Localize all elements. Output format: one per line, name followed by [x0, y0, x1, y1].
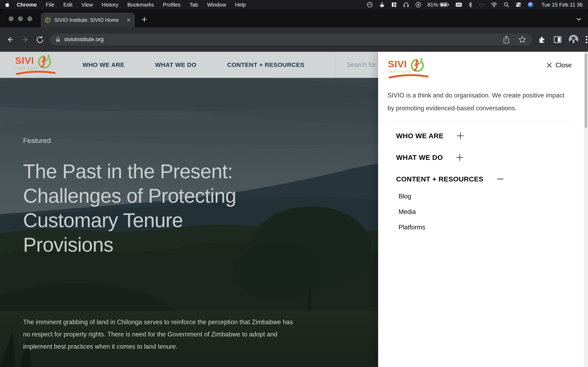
- hero-title-line: The Past in the Present:: [23, 159, 236, 184]
- sivio-logo[interactable]: [15, 54, 56, 76]
- panel-section-who-we-are[interactable]: WHO WE ARE: [396, 131, 572, 141]
- scrollbar-thumb[interactable]: [585, 53, 587, 128]
- address-bar[interactable]: sivioinstitute.org: [50, 34, 532, 45]
- close-window-button[interactable]: [9, 16, 13, 21]
- lock-icon[interactable]: [55, 36, 61, 43]
- battery-percentage: 81%: [428, 2, 438, 8]
- bluetooth-icon[interactable]: [468, 2, 472, 8]
- hero-description-line: no respect for property rights. There is…: [23, 328, 293, 341]
- panel-sivio-logo[interactable]: [388, 57, 429, 80]
- tab-favicon: [44, 17, 51, 23]
- hero-title-line: Challenges of Protecting: [23, 184, 236, 208]
- plus-icon[interactable]: [456, 153, 464, 162]
- nav-content-resources[interactable]: CONTENT + RESOURCES: [227, 61, 304, 68]
- spotlight-search-icon[interactable]: [503, 2, 509, 8]
- panel-description-line: by promoting evidenced-based conversatio…: [388, 102, 564, 115]
- panel-description-line: SIVIO is a think and do organisation. We…: [388, 89, 564, 102]
- macos-menubar: Chrome File Edit View History Bookmarks …: [0, 0, 588, 9]
- tab-close-icon[interactable]: [126, 17, 131, 22]
- panel-section-what-we-do[interactable]: WHAT WE DO: [396, 152, 572, 162]
- creative-cloud-icon[interactable]: [367, 2, 373, 8]
- touchbar-icon[interactable]: [455, 2, 462, 7]
- nav-who-we-are[interactable]: WHO WE ARE: [82, 61, 125, 68]
- web-page: WHO WE ARE WHAT WE DO CONTENT + RESOURCE…: [0, 52, 588, 367]
- hero-title-line: Customary Tenure: [23, 208, 236, 233]
- panel-menu: WHO WE ARE WHAT WE DO CONT: [396, 131, 572, 239]
- featured-label: Featured: [23, 137, 51, 145]
- panel-link-platforms[interactable]: Platforms: [398, 223, 572, 232]
- hero-description-line: The imminent grabbing of land in Chilong…: [23, 316, 293, 328]
- hero-description: The imminent grabbing of land in Chilong…: [23, 316, 293, 353]
- page-scrollbar[interactable]: [584, 52, 588, 367]
- bookmark-star-icon[interactable]: [518, 35, 526, 44]
- zoom-window-button[interactable]: [27, 16, 32, 21]
- menubar-item-view[interactable]: View: [77, 2, 97, 8]
- browser-menu-dots-icon[interactable]: [585, 35, 588, 44]
- extensions-puzzle-icon[interactable]: [538, 35, 546, 44]
- siri-icon[interactable]: [527, 2, 534, 8]
- menubar-item-history[interactable]: History: [97, 2, 123, 8]
- close-menu-button[interactable]: Close: [546, 62, 572, 69]
- menubar-item-help[interactable]: Help: [231, 2, 250, 8]
- panel-subsection: Blog Media Platforms: [398, 192, 572, 232]
- minimize-window-button[interactable]: [18, 16, 23, 21]
- docker-icon[interactable]: [379, 2, 385, 8]
- menubar-app-name[interactable]: Chrome: [12, 2, 41, 8]
- panel-link-blog[interactable]: Blog: [398, 192, 572, 201]
- profile-avatar[interactable]: [569, 35, 578, 44]
- hero-description-line: implement best practices when it comes t…: [23, 341, 293, 353]
- menubar-item-edit[interactable]: Edit: [59, 2, 77, 8]
- panel-description: SIVIO is a think and do organisation. We…: [388, 89, 564, 115]
- menubar-item-tab[interactable]: Tab: [185, 2, 203, 8]
- battery-status[interactable]: 81%: [428, 2, 449, 8]
- play-circle-icon[interactable]: [415, 2, 421, 8]
- plus-icon[interactable]: [456, 132, 465, 140]
- tab-title: SIVIO Institute: SIVIO Home: [54, 17, 124, 23]
- close-icon: [546, 62, 552, 68]
- menubar-item-profiles[interactable]: Profiles: [158, 2, 185, 8]
- window-controls: [9, 16, 32, 21]
- panel-section-content-resources[interactable]: CONTENT + RESOURCES: [396, 174, 572, 184]
- keyboard-brightness-icon[interactable]: [479, 2, 485, 7]
- url-text: sivioinstitute.org: [64, 36, 503, 43]
- new-tab-button[interactable]: [141, 16, 148, 23]
- share-icon[interactable]: [503, 35, 510, 44]
- panel-link-media[interactable]: Media: [398, 208, 572, 216]
- hero-title: The Past in the Present: Challenges of P…: [23, 159, 236, 257]
- menu-panel: Close SIVIO is a think and do organisati…: [378, 52, 588, 367]
- site-nav: WHO WE ARE WHAT WE DO CONTENT + RESOURCE…: [82, 61, 304, 68]
- battery-icon: [440, 2, 449, 7]
- close-label: Close: [555, 62, 572, 69]
- browser-window: SIVIO Institute: SIVIO Home: [0, 9, 588, 367]
- hero-title-line: Provisions: [23, 233, 236, 257]
- screen: Chrome File Edit View History Bookmarks …: [0, 0, 588, 367]
- apple-menu-icon[interactable]: [5, 2, 9, 7]
- headphones-icon[interactable]: [403, 2, 409, 8]
- browser-toolbar: sivioinstitute.org: [0, 27, 588, 52]
- menubar-clock[interactable]: Tue 15 Feb 11 36: [540, 2, 583, 8]
- menubar-item-bookmarks[interactable]: Bookmarks: [123, 2, 158, 8]
- nav-what-we-do[interactable]: WHAT WE DO: [155, 61, 197, 68]
- tab-search-chevron-icon[interactable]: [576, 17, 582, 22]
- tab-strip: SIVIO Institute: SIVIO Home: [0, 9, 588, 27]
- minus-icon[interactable]: [496, 175, 505, 183]
- window-tiles-icon[interactable]: [391, 2, 397, 8]
- forward-button[interactable]: [20, 35, 30, 44]
- wifi-icon[interactable]: [491, 2, 497, 7]
- back-button[interactable]: [6, 35, 15, 44]
- menubar-item-file[interactable]: File: [41, 2, 59, 8]
- menubar-item-window[interactable]: Window: [203, 2, 230, 8]
- browser-tab[interactable]: SIVIO Institute: SIVIO Home: [41, 13, 135, 27]
- side-panel-icon[interactable]: [553, 36, 562, 43]
- reload-button[interactable]: [35, 35, 44, 44]
- control-center-icon[interactable]: [515, 2, 521, 7]
